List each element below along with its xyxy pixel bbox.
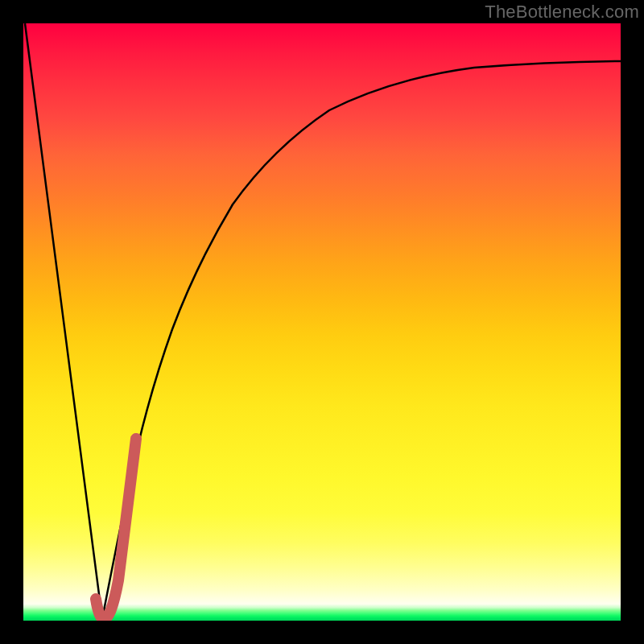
bottleneck-curve [25, 23, 621, 619]
watermark-text: TheBottleneck.com [485, 2, 639, 23]
curve-overlay [23, 23, 621, 621]
highlight-segment [96, 439, 136, 619]
chart-container: TheBottleneck.com [0, 0, 644, 644]
